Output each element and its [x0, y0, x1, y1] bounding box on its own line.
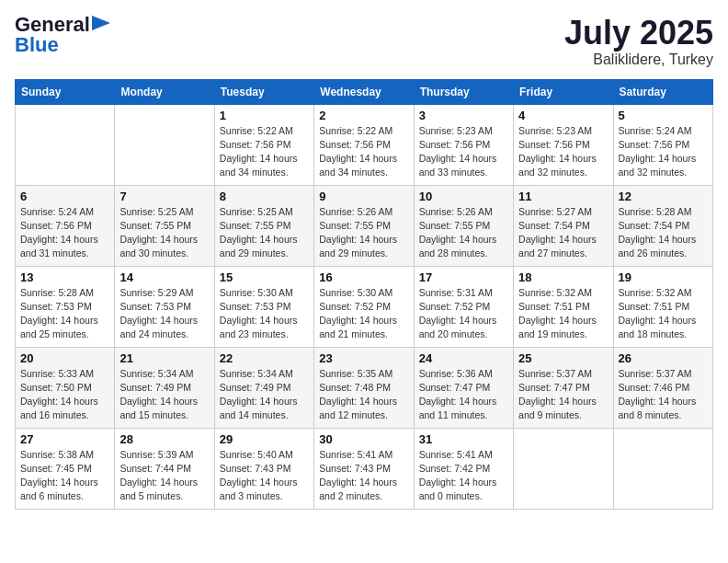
day-number: 16: [319, 270, 408, 284]
calendar-cell: 17Sunrise: 5:31 AM Sunset: 7:52 PM Dayli…: [414, 266, 513, 347]
day-detail: Sunrise: 5:24 AM Sunset: 7:56 PM Dayligh…: [20, 205, 109, 261]
calendar-cell: 15Sunrise: 5:30 AM Sunset: 7:53 PM Dayli…: [214, 266, 313, 347]
day-detail: Sunrise: 5:40 AM Sunset: 7:43 PM Dayligh…: [220, 448, 309, 504]
calendar-cell: 5Sunrise: 5:24 AM Sunset: 7:56 PM Daylig…: [613, 104, 712, 185]
calendar-cell: 3Sunrise: 5:23 AM Sunset: 7:56 PM Daylig…: [414, 104, 513, 185]
calendar-cell: 14Sunrise: 5:29 AM Sunset: 7:53 PM Dayli…: [115, 266, 214, 347]
day-number: 17: [419, 270, 508, 284]
calendar-cell: 9Sunrise: 5:26 AM Sunset: 7:55 PM Daylig…: [314, 185, 414, 266]
day-detail: Sunrise: 5:23 AM Sunset: 7:56 PM Dayligh…: [518, 124, 608, 180]
calendar-cell: 2Sunrise: 5:22 AM Sunset: 7:56 PM Daylig…: [314, 104, 414, 185]
calendar-cell: 10Sunrise: 5:26 AM Sunset: 7:55 PM Dayli…: [414, 185, 513, 266]
logo-blue-text: Blue: [15, 35, 59, 55]
day-number: 8: [220, 190, 309, 203]
day-detail: Sunrise: 5:30 AM Sunset: 7:52 PM Dayligh…: [319, 286, 408, 342]
day-detail: Sunrise: 5:27 AM Sunset: 7:54 PM Dayligh…: [518, 205, 608, 261]
day-detail: Sunrise: 5:35 AM Sunset: 7:48 PM Dayligh…: [319, 367, 408, 423]
day-detail: Sunrise: 5:23 AM Sunset: 7:56 PM Dayligh…: [419, 124, 508, 180]
day-number: 3: [419, 109, 508, 122]
calendar-cell: 8Sunrise: 5:25 AM Sunset: 7:55 PM Daylig…: [214, 185, 313, 266]
day-detail: Sunrise: 5:37 AM Sunset: 7:46 PM Dayligh…: [619, 367, 708, 423]
day-detail: Sunrise: 5:32 AM Sunset: 7:51 PM Dayligh…: [619, 286, 708, 342]
calendar-week-row: 6Sunrise: 5:24 AM Sunset: 7:56 PM Daylig…: [16, 185, 713, 266]
day-number: 30: [319, 432, 408, 446]
calendar-cell: 12Sunrise: 5:28 AM Sunset: 7:54 PM Dayli…: [613, 185, 712, 266]
day-detail: Sunrise: 5:29 AM Sunset: 7:53 PM Dayligh…: [119, 286, 209, 342]
day-number: 12: [619, 190, 708, 203]
calendar-cell: 29Sunrise: 5:40 AM Sunset: 7:43 PM Dayli…: [214, 428, 313, 509]
calendar-cell: 30Sunrise: 5:41 AM Sunset: 7:43 PM Dayli…: [314, 428, 414, 509]
day-detail: Sunrise: 5:34 AM Sunset: 7:49 PM Dayligh…: [119, 367, 209, 423]
day-number: 27: [20, 432, 109, 446]
day-number: 31: [419, 432, 508, 446]
calendar-cell: 31Sunrise: 5:41 AM Sunset: 7:42 PM Dayli…: [414, 428, 513, 509]
day-detail: Sunrise: 5:33 AM Sunset: 7:50 PM Dayligh…: [20, 367, 109, 423]
logo: General Blue: [15, 15, 110, 55]
calendar-cell: 21Sunrise: 5:34 AM Sunset: 7:49 PM Dayli…: [115, 347, 214, 428]
day-number: 10: [419, 190, 508, 203]
calendar-subtitle: Baliklidere, Turkey: [564, 52, 713, 68]
calendar-cell: [514, 428, 613, 509]
day-number: 18: [518, 270, 608, 284]
day-number: 28: [119, 432, 209, 446]
day-number: 13: [20, 270, 109, 284]
day-number: 14: [119, 270, 209, 284]
weekday-header-tuesday: Tuesday: [214, 79, 313, 104]
weekday-header-thursday: Thursday: [414, 79, 513, 104]
weekday-header-saturday: Saturday: [613, 79, 712, 104]
day-number: 6: [20, 190, 109, 203]
day-number: 23: [319, 351, 408, 365]
day-detail: Sunrise: 5:41 AM Sunset: 7:43 PM Dayligh…: [319, 448, 408, 504]
calendar-title: July 2025: [564, 15, 713, 52]
calendar-cell: 7Sunrise: 5:25 AM Sunset: 7:55 PM Daylig…: [115, 185, 214, 266]
calendar-cell: 13Sunrise: 5:28 AM Sunset: 7:53 PM Dayli…: [16, 266, 115, 347]
day-detail: Sunrise: 5:38 AM Sunset: 7:45 PM Dayligh…: [20, 448, 109, 504]
calendar-cell: [16, 104, 115, 185]
day-detail: Sunrise: 5:32 AM Sunset: 7:51 PM Dayligh…: [518, 286, 608, 342]
calendar-cell: 4Sunrise: 5:23 AM Sunset: 7:56 PM Daylig…: [514, 104, 613, 185]
day-detail: Sunrise: 5:28 AM Sunset: 7:54 PM Dayligh…: [619, 205, 708, 261]
day-number: 25: [518, 351, 608, 365]
day-number: 4: [518, 109, 608, 122]
day-number: 26: [619, 351, 708, 365]
day-number: 21: [119, 351, 209, 365]
day-detail: Sunrise: 5:25 AM Sunset: 7:55 PM Dayligh…: [220, 205, 309, 261]
day-detail: Sunrise: 5:36 AM Sunset: 7:47 PM Dayligh…: [419, 367, 508, 423]
title-block: July 2025 Baliklidere, Turkey: [564, 15, 713, 68]
day-number: 19: [619, 270, 708, 284]
calendar-cell: 23Sunrise: 5:35 AM Sunset: 7:48 PM Dayli…: [314, 347, 414, 428]
day-detail: Sunrise: 5:26 AM Sunset: 7:55 PM Dayligh…: [319, 205, 408, 261]
logo-flag-icon: [92, 16, 110, 30]
calendar-cell: 11Sunrise: 5:27 AM Sunset: 7:54 PM Dayli…: [514, 185, 613, 266]
day-number: 5: [619, 109, 708, 122]
calendar-cell: [115, 104, 214, 185]
day-detail: Sunrise: 5:39 AM Sunset: 7:44 PM Dayligh…: [119, 448, 209, 504]
page-header: General Blue July 2025 Baliklidere, Turk…: [15, 15, 713, 68]
day-number: 22: [220, 351, 309, 365]
day-number: 29: [220, 432, 309, 446]
calendar-cell: 16Sunrise: 5:30 AM Sunset: 7:52 PM Dayli…: [314, 266, 414, 347]
calendar-cell: 20Sunrise: 5:33 AM Sunset: 7:50 PM Dayli…: [16, 347, 115, 428]
calendar-cell: 18Sunrise: 5:32 AM Sunset: 7:51 PM Dayli…: [514, 266, 613, 347]
calendar-cell: 24Sunrise: 5:36 AM Sunset: 7:47 PM Dayli…: [414, 347, 513, 428]
day-number: 1: [220, 109, 309, 122]
calendar-cell: 22Sunrise: 5:34 AM Sunset: 7:49 PM Dayli…: [214, 347, 313, 428]
weekday-header-wednesday: Wednesday: [314, 79, 414, 104]
calendar-cell: 6Sunrise: 5:24 AM Sunset: 7:56 PM Daylig…: [16, 185, 115, 266]
day-number: 20: [20, 351, 109, 365]
day-number: 9: [319, 190, 408, 203]
day-detail: Sunrise: 5:26 AM Sunset: 7:55 PM Dayligh…: [419, 205, 508, 261]
calendar-cell: 26Sunrise: 5:37 AM Sunset: 7:46 PM Dayli…: [613, 347, 712, 428]
day-detail: Sunrise: 5:22 AM Sunset: 7:56 PM Dayligh…: [220, 124, 309, 180]
calendar-week-row: 20Sunrise: 5:33 AM Sunset: 7:50 PM Dayli…: [16, 347, 713, 428]
day-detail: Sunrise: 5:28 AM Sunset: 7:53 PM Dayligh…: [20, 286, 109, 342]
day-number: 7: [119, 190, 209, 203]
day-detail: Sunrise: 5:41 AM Sunset: 7:42 PM Dayligh…: [419, 448, 508, 504]
day-detail: Sunrise: 5:34 AM Sunset: 7:49 PM Dayligh…: [220, 367, 309, 423]
day-number: 11: [518, 190, 608, 203]
weekday-header-monday: Monday: [115, 79, 214, 104]
day-number: 15: [220, 270, 309, 284]
calendar-cell: 25Sunrise: 5:37 AM Sunset: 7:47 PM Dayli…: [514, 347, 613, 428]
svg-marker-0: [92, 16, 110, 30]
calendar-week-row: 1Sunrise: 5:22 AM Sunset: 7:56 PM Daylig…: [16, 104, 713, 185]
